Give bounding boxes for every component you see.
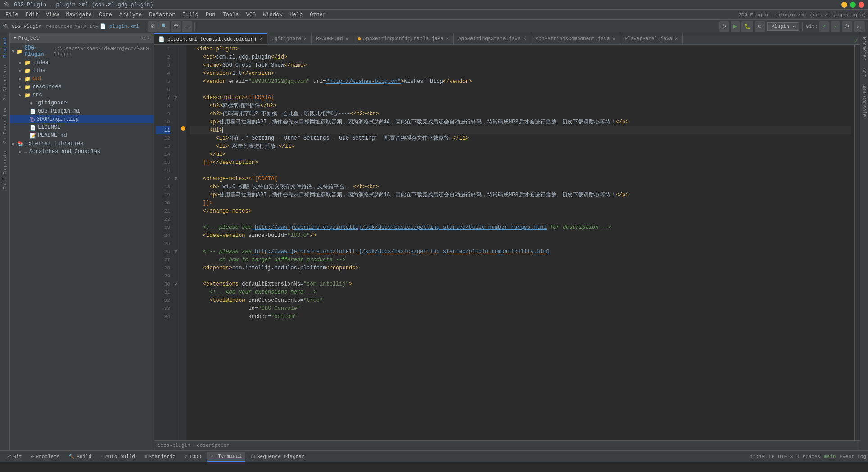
tree-gdgpluginzip-file[interactable]: ▶ 🗜 GDGPlugin.zip <box>10 115 154 123</box>
build-tab-icon: 🔨 <box>68 454 75 459</box>
tab-close-appsettingsstate[interactable]: ✕ <box>523 36 526 41</box>
tree-scratches-label: Scratches and Consoles <box>29 149 100 155</box>
right-scrollbar-gutter[interactable] <box>854 45 860 440</box>
bottom-tab-problems[interactable]: ⊗ Problems <box>27 452 63 462</box>
right-tab-gdg-console[interactable]: GDG Console <box>861 81 868 121</box>
sidebar-item-structure[interactable]: 2: Structure <box>0 61 9 104</box>
settings-button[interactable]: ⚙ <box>148 21 158 32</box>
code-line-4: <version>1.0</version> <box>190 69 851 77</box>
line-num-2: 2 <box>156 53 170 61</box>
tab-appsettingscomponent[interactable]: AppSettingsComponent.java ✕ <box>531 33 620 44</box>
sidebar-item-project[interactable]: Project <box>0 33 9 61</box>
code-line-17: <change-notes><![CDATA[ <box>190 175 851 183</box>
tab-close-playerpanel[interactable]: ✕ <box>675 36 678 41</box>
tree-arrow-resources: ▶ <box>19 84 24 90</box>
menu-other[interactable]: Other <box>306 11 330 19</box>
tab-close-appsettingscomponent[interactable]: ✕ <box>613 36 615 41</box>
tree-scratches[interactable]: ▶ ✏ Scratches and Consoles <box>10 148 154 156</box>
fold-7[interactable]: ▽ <box>172 94 180 102</box>
bottom-tab-git[interactable]: ⎇ Git <box>2 452 26 462</box>
run-button[interactable]: ▶ <box>731 21 740 32</box>
code-line-14: </ul> <box>190 150 851 159</box>
title-bar-controls[interactable] <box>841 2 864 8</box>
sidebar-item-pullrequests[interactable]: Pull Requests <box>0 147 9 193</box>
code-area[interactable]: <idea-plugin> <id>com.zl.gdg.plugin</id>… <box>186 45 854 440</box>
menu-code[interactable]: Code <box>95 11 116 19</box>
code-line-6 <box>190 86 851 94</box>
debug-button[interactable]: 🐛 <box>741 21 753 32</box>
tree-out-folder[interactable]: ▶ 📁 out <box>10 75 154 83</box>
tab-appsettingconfigurable[interactable]: AppSettingConfigurable.java ✕ <box>353 33 454 44</box>
tab-readme[interactable]: README.md ✕ <box>312 33 353 44</box>
git-history-button[interactable]: ⏱ <box>842 21 852 32</box>
fold-30[interactable]: ▽ <box>172 280 180 288</box>
menu-edit[interactable]: Edit <box>22 11 42 19</box>
tree-readme-file[interactable]: ▶ 📝 README.md <box>10 132 154 140</box>
menu-help[interactable]: Help <box>286 11 306 19</box>
toolbar-minus-button[interactable]: — <box>182 21 192 32</box>
project-dropdown-icon[interactable]: ▾ <box>14 35 17 41</box>
tree-root[interactable]: ▼ 📁 GDG-Plugin C:\Users\Wishes\IdeaProje… <box>10 44 154 59</box>
menu-analyze[interactable]: Analyze <box>116 11 145 19</box>
bottom-tab-terminal[interactable]: >_ Terminal <box>207 452 245 462</box>
tab-close-plugin-xml[interactable]: ✕ <box>259 36 262 42</box>
minimize-button[interactable] <box>841 2 847 8</box>
gdgml-file-icon: 📄 <box>30 109 36 114</box>
menu-vcs[interactable]: VCS <box>243 11 260 19</box>
menu-refactor[interactable]: Refactor <box>145 11 179 19</box>
tree-external-libs[interactable]: ▶ 📚 External Libraries <box>10 140 154 148</box>
sidebar-item-favorites[interactable]: 3: Favorites <box>0 104 9 147</box>
tree-libs-folder[interactable]: ▶ 📁 libs <box>10 67 154 75</box>
plugin-xml-label: 📄 plugin.xml <box>100 23 139 29</box>
maximize-button[interactable] <box>850 2 856 8</box>
bottom-tab-sequence-diagram[interactable]: ⬡ Sequence Diagram <box>247 452 308 462</box>
bottom-tab-statistic[interactable]: ≡ Statistic <box>140 452 179 462</box>
plugin-run-dropdown[interactable]: Plugin ▾ <box>767 22 799 31</box>
menu-file[interactable]: File <box>2 11 22 19</box>
build-config-button[interactable]: ⚒ <box>171 21 181 32</box>
tree-gdgpluginml-file[interactable]: ▶ 📄 GDG-Plugin.ml <box>10 107 154 115</box>
git-update-button[interactable]: ✓ <box>819 21 829 32</box>
menu-run[interactable]: Run <box>202 11 219 19</box>
tab-close-readme[interactable]: ✕ <box>346 36 348 41</box>
tab-appsettingsstate[interactable]: AppSettingsState.java ✕ <box>454 33 531 44</box>
menu-view[interactable]: View <box>42 11 63 19</box>
tree-idea-folder[interactable]: ▶ 📁 .idea <box>10 59 154 67</box>
coverage-button[interactable]: 🛡 <box>755 21 765 32</box>
code-line-12: <li>可在，" Setting - Other Settings - GDG … <box>190 134 851 142</box>
fold-17[interactable]: ▽ <box>172 175 180 183</box>
code-line-25 <box>190 240 851 248</box>
event-log-button[interactable]: Event Log <box>840 454 866 459</box>
tab-plugin-xml[interactable]: 📄 plugin.xml (com.zl.gdg.plugin) ✕ <box>154 33 267 44</box>
breadcrumb-idea-plugin[interactable]: idea-plugin <box>158 443 190 448</box>
project-gear-icon[interactable]: ⚙ <box>142 35 145 41</box>
right-tab-promoter[interactable]: Promoter <box>861 33 868 64</box>
bottom-tab-build[interactable]: 🔨 Build <box>65 452 95 462</box>
bottom-tab-auto-build[interactable]: ⚠ Auto-build <box>97 452 139 462</box>
terminal-button[interactable]: >_ <box>854 21 865 32</box>
git-push-button[interactable]: ✓ <box>831 21 840 32</box>
fold-26[interactable]: ▽ <box>172 248 180 256</box>
tab-gitignore[interactable]: .gitignore ✕ <box>267 33 312 44</box>
search-button[interactable]: 🔍 <box>158 21 170 32</box>
close-button[interactable] <box>859 2 864 8</box>
tree-license-file[interactable]: ▶ 📄 LICENSE <box>10 123 154 132</box>
out-folder-icon: 📁 <box>24 76 31 82</box>
tree-resources-folder[interactable]: ▶ 📁 resources <box>10 83 154 91</box>
bottom-tab-todo[interactable]: ☑ TODO <box>181 452 205 462</box>
tab-close-gitignore[interactable]: ✕ <box>304 36 307 41</box>
menu-window[interactable]: Window <box>259 11 286 19</box>
tree-gitignore-file[interactable]: ▶ ⚙ .gitignore <box>10 99 154 107</box>
tab-playerpanel[interactable]: PlayerPanel.java ✕ <box>620 33 683 44</box>
refresh-button[interactable]: ↻ <box>719 21 729 32</box>
menu-build[interactable]: Build <box>179 11 202 19</box>
meta-inf-label: META-INF <box>74 24 98 29</box>
project-hide-icon[interactable]: ◂ <box>147 35 150 41</box>
tab-close-appsettingconfigurable[interactable]: ✕ <box>446 36 449 41</box>
menu-navigate[interactable]: Navigate <box>62 11 95 19</box>
right-tab-ant[interactable]: Ant <box>861 64 868 81</box>
breadcrumb-description[interactable]: description <box>197 443 230 448</box>
tree-src-folder[interactable]: ▶ 📁 src <box>10 91 154 99</box>
line-num-6: 6 <box>156 86 170 94</box>
menu-tools[interactable]: Tools <box>219 11 243 19</box>
